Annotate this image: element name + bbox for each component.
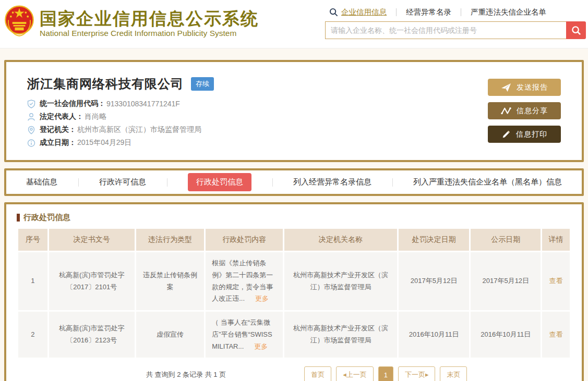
paper-plane-icon: [501, 83, 511, 92]
share-info-button[interactable]: 信息分享: [488, 102, 561, 119]
cell-detail: 查看: [542, 252, 570, 310]
company-name: 浙江集商网络科技有限公司: [27, 76, 184, 92]
site-title: 国家企业信用信息公示系统: [40, 9, 259, 29]
cell-doc-no: 杭高新(滨)市管罚处字〔2017〕2101号: [49, 252, 135, 310]
field-label: 统一社会信用代码：: [40, 99, 105, 108]
section-title: 行政处罚信息: [17, 213, 571, 223]
penalty-info-card: 行政处罚信息 序号 决定书文号 违法行为类型 行政处罚内容 决定机关名称 处罚决…: [4, 202, 584, 381]
more-link[interactable]: 更多: [254, 342, 268, 350]
tab-separator: [78, 178, 79, 187]
cell-decision-date: 2016年10月11日: [399, 312, 470, 358]
field-registration-authority: 登记机关： 杭州市高新区（滨江）市场监督管理局: [27, 125, 566, 134]
info-circle-icon: [27, 139, 35, 148]
search-input[interactable]: [325, 21, 566, 39]
status-badge: 存续: [191, 77, 214, 91]
site-header: 国家企业信用信息公示系统 National Enterprise Credit …: [0, 0, 588, 48]
cell-authority: 杭州市高新技术产业开发区（滨江）市场监督管理局: [284, 312, 397, 358]
results-summary: 共 查询到 2 条记录 共 1 页: [146, 370, 226, 379]
credit-code-shield-icon: [27, 100, 35, 108]
search-button[interactable]: [566, 21, 586, 39]
current-page-button[interactable]: 1: [378, 366, 393, 381]
col-header-index: 序号: [18, 229, 47, 251]
col-header-detail: 详情: [542, 229, 570, 251]
tab-serious-violation-blacklist[interactable]: 列入严重违法失信企业名单（黑名单）信息: [413, 177, 562, 187]
cell-authority: 杭州市高新技术产业开发区（滨江）市场监督管理局: [284, 252, 397, 310]
cell-publish-date: 2016年10月11日: [471, 312, 541, 358]
search-button-icon: [571, 26, 581, 35]
site-subtitle: National Enterprise Credit Information P…: [40, 29, 259, 38]
pager-buttons: 首页 ◂上一页 1 下一页▸ 末页: [304, 366, 472, 381]
cell-violation-type: 虚假宣传: [136, 312, 205, 358]
share-icon: [501, 107, 511, 115]
header-nav: 企业信用信息 经营异常名录 严重违法失信企业名单: [329, 7, 586, 17]
cell-decision-date: 2017年5月12日: [399, 252, 470, 310]
cell-violation-type: 违反禁止传销条例案: [136, 252, 205, 310]
section-title-bar: [17, 214, 20, 222]
action-buttons: 发送报告 信息分享 信息打印: [488, 79, 561, 149]
nav-link-enterprise-credit-info[interactable]: 企业信用信息: [341, 7, 387, 17]
tab-administrative-license[interactable]: 行政许可信息: [99, 177, 146, 187]
table-row: 1 杭高新(滨)市管罚处字〔2017〕2101号 违反禁止传销条例案 根据《禁止…: [18, 252, 570, 310]
cell-penalty-content: 根据《禁止传销条例》第二十四条第一款的规定，责令当事人改正违...更多: [206, 252, 283, 310]
tab-separator: [272, 178, 273, 187]
cell-index: 2: [18, 312, 47, 358]
col-header-violation-type: 违法行为类型: [136, 229, 205, 251]
nav-link-abnormal-operations-list[interactable]: 经营异常名录: [406, 7, 451, 17]
send-report-button[interactable]: 发送报告: [488, 79, 561, 96]
pencil-icon: [501, 130, 511, 139]
tab-administrative-penalty[interactable]: 行政处罚信息: [188, 173, 251, 191]
cell-doc-no: 杭高新(滨)市监罚处字〔2016〕2123号: [49, 312, 135, 358]
page-body: 浙江集商网络科技有限公司 存续 统一社会信用代码： 91330108341771…: [0, 60, 588, 381]
col-header-decision-date: 处罚决定日期: [399, 229, 470, 251]
field-establishment-date: 成立日期： 2015年04月29日: [27, 138, 566, 148]
field-value: 2015年04月29日: [77, 138, 131, 148]
section-title-text: 行政处罚信息: [23, 213, 70, 223]
cell-index: 1: [18, 252, 47, 310]
last-page-button[interactable]: 末页: [440, 366, 467, 381]
company-summary-card: 浙江集商网络科技有限公司 存续 统一社会信用代码： 91330108341771…: [4, 60, 584, 162]
location-pin-icon: [27, 126, 35, 134]
col-header-penalty-content: 行政处罚内容: [206, 229, 283, 251]
pagination: 共 查询到 2 条记录 共 1 页 首页 ◂上一页 1 下一页▸ 末页: [17, 367, 571, 381]
nav-separator: [396, 8, 397, 16]
col-header-doc-no: 决定书文号: [49, 229, 135, 251]
header-search-area: 企业信用信息 经营异常名录 严重违法失信企业名单: [325, 7, 586, 39]
col-header-publish-date: 公示日期: [471, 229, 541, 251]
field-value: 肖尚略: [85, 112, 106, 121]
col-header-authority: 决定机关名称: [284, 229, 397, 251]
next-page-button[interactable]: 下一页▸: [398, 366, 436, 381]
person-icon: [27, 113, 35, 121]
view-link[interactable]: 查看: [549, 277, 563, 285]
penalty-table: 序号 决定书文号 违法行为类型 行政处罚内容 决定机关名称 处罚决定日期 公示日…: [17, 227, 571, 359]
section-tabs-card: 基础信息 行政许可信息 行政处罚信息 列入经营异常名录信息 列入严重违法失信企业…: [4, 168, 584, 196]
brand: 国家企业信用信息公示系统 National Enterprise Credit …: [4, 3, 259, 44]
field-value: 杭州市高新区（滨江）市场监督管理局: [77, 125, 201, 134]
field-legal-representative: 法定代表人： 肖尚略: [27, 112, 566, 121]
table-header-row: 序号 决定书文号 违法行为类型 行政处罚内容 决定机关名称 处罚决定日期 公示日…: [18, 229, 570, 251]
view-link[interactable]: 查看: [549, 330, 563, 338]
more-link[interactable]: 更多: [255, 294, 269, 302]
field-label: 登记机关：: [40, 125, 76, 134]
national-emblem-logo: [4, 3, 34, 44]
print-info-button[interactable]: 信息打印: [488, 126, 561, 143]
nav-separator: [461, 8, 461, 16]
field-label: 成立日期：: [40, 138, 76, 148]
nav-link-serious-violation-list[interactable]: 严重违法失信企业名单: [471, 7, 546, 17]
search-icon: [329, 8, 338, 17]
field-credit-code: 统一社会信用代码： 91330108341771241F: [27, 99, 566, 108]
tab-separator: [167, 178, 167, 187]
tab-basic-info[interactable]: 基础信息: [26, 177, 57, 187]
table-row: 2 杭高新(滨)市监罚处字〔2016〕2123号 虚假宣传 （ 当事人在“云集微…: [18, 312, 570, 358]
first-page-button[interactable]: 首页: [304, 366, 331, 381]
tab-abnormal-operations[interactable]: 列入经营异常名录信息: [293, 177, 371, 187]
search-bar: [325, 21, 586, 39]
field-value: 91330108341771241F: [106, 100, 180, 108]
prev-page-button[interactable]: ◂上一页: [336, 366, 374, 381]
cell-penalty-content: （ 当事人在“云集微店”平台销售“SWISS MILITAR...更多: [206, 312, 283, 358]
field-label: 法定代表人：: [40, 112, 83, 121]
tab-separator: [392, 178, 393, 187]
cell-detail: 查看: [542, 312, 570, 358]
cell-publish-date: 2017年5月12日: [471, 252, 541, 310]
